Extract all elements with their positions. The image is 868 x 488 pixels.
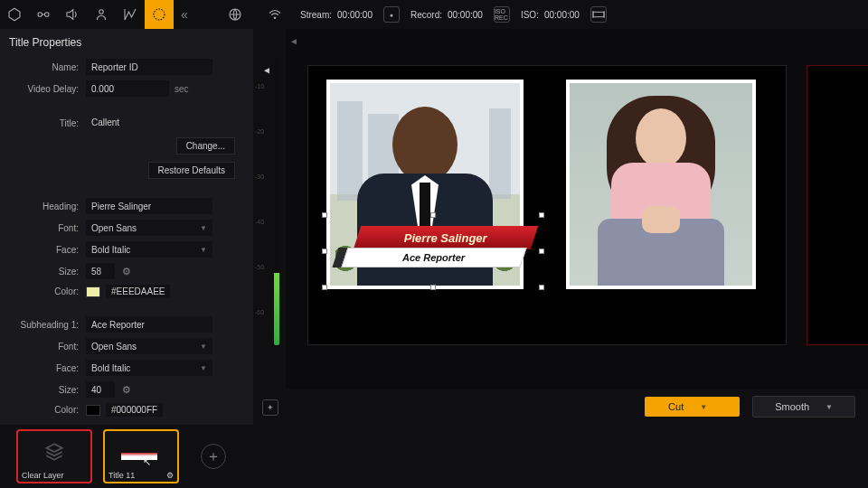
smooth-button[interactable]: Smooth▼ xyxy=(752,396,855,418)
stream-label: Stream: xyxy=(300,10,332,20)
person-icon[interactable] xyxy=(87,0,116,29)
chevron-down-icon: ▼ xyxy=(200,343,207,351)
sub-face-select[interactable]: Bold Italic▼ xyxy=(86,360,212,376)
layer-gear-icon[interactable]: ⚙ xyxy=(166,471,174,480)
sub-font-select[interactable]: Open Sans▼ xyxy=(86,338,212,354)
change-button[interactable]: Change... xyxy=(176,137,235,155)
preview-area: ◄ xyxy=(286,29,868,389)
resize-handle-e[interactable] xyxy=(539,249,544,254)
svg-marker-12 xyxy=(46,444,61,452)
title-label: Title: xyxy=(0,118,86,128)
sub-size-label: Size: xyxy=(0,385,86,395)
sub-color-hex[interactable]: #000000FF xyxy=(106,403,163,417)
face-label: Face: xyxy=(0,245,86,255)
svg-point-1 xyxy=(38,13,42,17)
iso-label: ISO: xyxy=(521,10,539,20)
chevron-down-icon: ▼ xyxy=(826,403,833,411)
chevron-down-icon: ▼ xyxy=(200,364,207,372)
sub-color-label: Color: xyxy=(0,405,86,415)
iso-rec-badge[interactable]: ISO REC xyxy=(494,6,510,23)
font-select[interactable]: Open Sans▼ xyxy=(86,220,212,236)
collapse-panel-icon[interactable]: « xyxy=(174,0,195,29)
svg-marker-4 xyxy=(67,10,73,20)
chevron-down-icon: ▼ xyxy=(200,246,207,254)
timeline-icon[interactable] xyxy=(590,6,607,23)
record-dot-icon[interactable]: ● xyxy=(383,6,400,23)
layer-tray: Clear Layer ↖ Title 11⚙ ＋ xyxy=(0,425,868,488)
stream-status: Stream: 00:00:00 xyxy=(300,10,373,20)
size-input[interactable] xyxy=(86,263,115,279)
color-label: Color: xyxy=(0,286,86,296)
resize-handle-s[interactable] xyxy=(430,285,436,290)
title-properties-panel: Title Properties Name: Video Delay: sec … xyxy=(0,29,253,425)
resize-handle-nw[interactable] xyxy=(322,212,327,218)
geometry-icon[interactable] xyxy=(0,0,29,29)
subheading1-input[interactable] xyxy=(86,316,212,333)
video-delay-label: Video Delay: xyxy=(0,84,86,94)
layer-title11-label: Title 11 xyxy=(108,471,135,480)
resize-handle-sw[interactable] xyxy=(322,285,327,290)
face-select[interactable]: Bold Italic▼ xyxy=(86,241,212,258)
scale-m40: -40 xyxy=(255,219,264,225)
wifi-icon[interactable] xyxy=(260,0,289,29)
restore-defaults-button[interactable]: Restore Defaults xyxy=(148,162,235,179)
video-delay-input[interactable] xyxy=(86,80,169,97)
sub-font-value: Open Sans xyxy=(91,342,137,352)
sub-color-swatch[interactable] xyxy=(86,405,100,416)
color-swatch[interactable] xyxy=(86,286,100,297)
lower-third-sub: Ace Reporter xyxy=(402,252,465,263)
preview-collapse-icon[interactable]: ◄ xyxy=(289,36,298,46)
sub-size-gear-icon[interactable]: ⚙ xyxy=(122,384,131,396)
resize-handle-se[interactable] xyxy=(539,285,544,290)
lower-third-overlay[interactable]: Pierre Salinger Ace Reporter xyxy=(325,215,542,287)
stream-time: 00:00:00 xyxy=(337,10,373,20)
panel-title: Title Properties xyxy=(0,29,253,56)
size-gear-icon[interactable]: ⚙ xyxy=(122,266,131,277)
video-delay-unit: sec xyxy=(175,84,189,94)
face-select-value: Bold Italic xyxy=(91,245,130,255)
subheading1-label: Subheading 1: xyxy=(0,320,86,330)
lower-third-heading: Pierre Salinger xyxy=(404,231,487,245)
fx-button[interactable]: ✦ xyxy=(262,399,278,416)
audio-meter xyxy=(274,56,279,345)
sub-size-input[interactable] xyxy=(86,381,115,398)
name-input[interactable] xyxy=(86,59,212,75)
name-label: Name: xyxy=(0,62,86,72)
scale-m60: -60 xyxy=(255,309,264,315)
scale-m50: -50 xyxy=(255,264,264,270)
audio-icon[interactable] xyxy=(58,0,87,29)
link-icon[interactable] xyxy=(29,0,58,29)
smooth-label: Smooth xyxy=(775,401,809,412)
tool-icon-group: « xyxy=(0,0,195,29)
layers-icon xyxy=(42,440,66,465)
color-hex[interactable]: #EEEDAAEE xyxy=(106,285,170,298)
scale-m20: -20 xyxy=(255,128,264,135)
play-indicator-icon: ◄ xyxy=(262,65,271,75)
layer-card-title11[interactable]: ↖ Title 11⚙ xyxy=(103,429,179,483)
scale-m10: -10 xyxy=(255,83,264,89)
record-status: Record: 00:00:00 xyxy=(410,10,483,20)
heading-input[interactable] xyxy=(86,198,212,214)
globe-icon[interactable] xyxy=(221,0,250,29)
resize-handle-n[interactable] xyxy=(430,212,436,218)
title-tool-icon[interactable] xyxy=(145,0,174,29)
svg-point-5 xyxy=(99,10,104,14)
sub-face-value: Bold Italic xyxy=(91,363,130,373)
svg-point-6 xyxy=(154,9,165,20)
layer-card-clear[interactable]: Clear Layer xyxy=(16,429,92,483)
record-label: Record: xyxy=(410,10,442,20)
iso-status: ISO: 00:00:00 xyxy=(521,10,580,20)
cut-label: Cut xyxy=(668,401,684,412)
lower-third-sub-bar: Ace Reporter xyxy=(341,248,526,267)
program-output: Pierre Salinger Ace Reporter xyxy=(307,65,787,345)
waveform-icon[interactable] xyxy=(116,0,145,29)
resize-handle-w[interactable] xyxy=(322,249,327,254)
transition-controls: Cut▼ Smooth▼ xyxy=(286,389,868,425)
font-select-value: Open Sans xyxy=(91,223,137,233)
svg-marker-0 xyxy=(9,8,20,21)
resize-handle-ne[interactable] xyxy=(539,212,544,218)
cut-button[interactable]: Cut▼ xyxy=(645,397,740,417)
title-value: Callent xyxy=(86,115,212,131)
status-strip: Stream: 00:00:00 ● Record: 00:00:00 ISO … xyxy=(221,0,607,29)
add-layer-button[interactable]: ＋ xyxy=(201,444,226,469)
